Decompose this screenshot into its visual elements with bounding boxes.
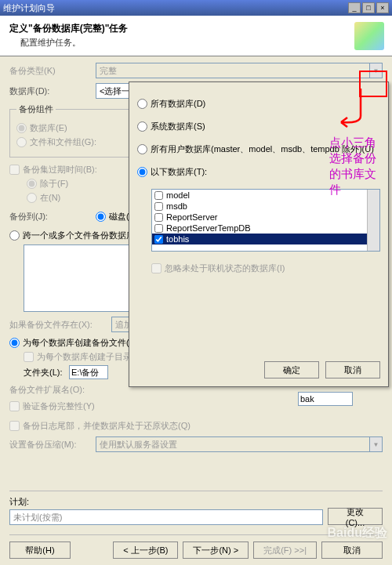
- plan-combo[interactable]: 未计划(按需): [9, 509, 323, 525]
- list-item-selected: tobhis: [152, 234, 379, 244]
- annotation-red-box: [359, 71, 387, 97]
- header: 定义"备份数据库(完整)"任务 配置维护任务。: [0, 16, 392, 56]
- ext-input[interactable]: [298, 392, 353, 406]
- backup-type-combo: 完整: [96, 63, 383, 78]
- close-button[interactable]: ×: [376, 2, 389, 13]
- chevron-down-icon: [369, 437, 382, 451]
- ext-label: 备份文件扩展名(O):: [9, 384, 111, 396]
- help-button[interactable]: 帮助(H): [9, 541, 71, 559]
- ok-button[interactable]: 确定: [264, 361, 319, 378]
- compress-label: 设置备份压缩(M):: [9, 439, 96, 451]
- file-list[interactable]: [24, 244, 133, 312]
- next-button[interactable]: 下一步(N) >: [183, 541, 249, 559]
- annotation-text: 点小三角 选择备份 的书库文 件: [329, 135, 376, 197]
- finish-button: 完成(F) >>|: [253, 541, 317, 559]
- cancel-button[interactable]: 取消: [325, 361, 380, 378]
- folder-label: 文件夹(L):: [24, 367, 69, 378]
- scrollbar[interactable]: [367, 190, 379, 251]
- list-item: ReportServerTempDB: [152, 223, 379, 234]
- plan-label: 计划:: [9, 496, 383, 508]
- dest-label: 备份到(J):: [9, 211, 96, 223]
- ignore-offline-check: 忽略未处于联机状态的数据库(I): [151, 263, 380, 274]
- backup-type-label: 备份类型(K): [9, 65, 96, 77]
- wizard-cancel-button[interactable]: 取消: [321, 541, 383, 559]
- list-item: ReportServer: [152, 212, 379, 223]
- exists-label: 如果备份文件存在(X):: [9, 319, 111, 331]
- components-legend: 备份组件: [16, 103, 56, 115]
- database-list[interactable]: model msdb ReportServer ReportServerTemp…: [151, 189, 380, 252]
- watermark: Baidu经验: [328, 525, 387, 541]
- titlebar: 维护计划向导 _ □ ×: [0, 0, 392, 16]
- logtail-check: 备份日志尾部，并使数据库处于还原状态(Q): [9, 420, 383, 432]
- database-label: 数据库(D):: [9, 85, 96, 97]
- titlebar-title: 维护计划向导: [3, 2, 55, 14]
- maximize-button[interactable]: □: [362, 2, 375, 13]
- list-item: msdb: [152, 201, 379, 212]
- folder-input[interactable]: [69, 365, 108, 379]
- change-schedule-button[interactable]: 更改(C)...: [328, 508, 383, 525]
- page-subtitle: 配置维护任务。: [20, 37, 383, 49]
- compress-combo: 使用默认服务器设置: [96, 436, 383, 452]
- back-button[interactable]: < 上一步(B): [113, 541, 178, 559]
- minimize-button[interactable]: _: [348, 2, 361, 13]
- wizard-icon: [354, 22, 384, 50]
- page-title: 定义"备份数据库(完整)"任务: [9, 22, 383, 35]
